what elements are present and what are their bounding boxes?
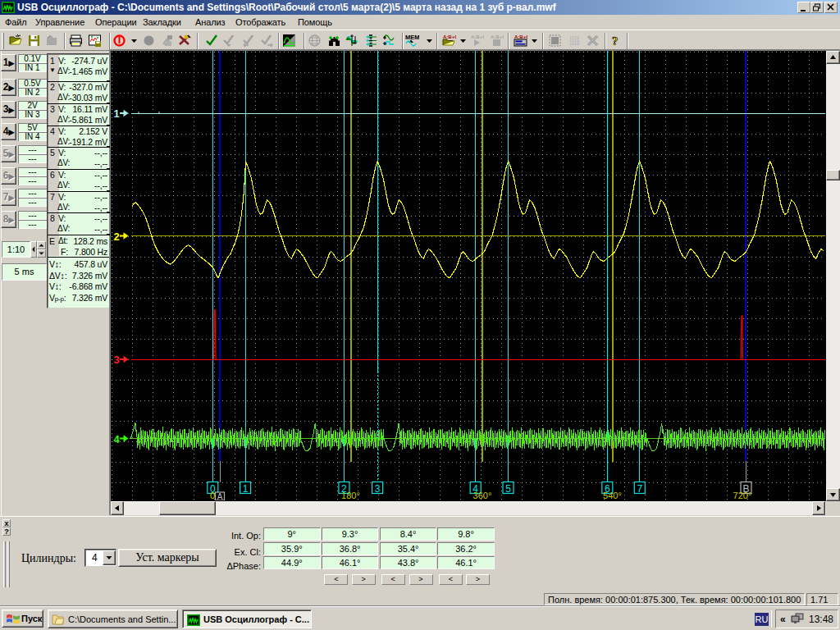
svg-text:3: 3 (375, 483, 381, 495)
svg-text:540°: 540° (603, 491, 622, 500)
svg-text:A:B+C: A:B+C (491, 34, 504, 39)
svg-text:A:B+C: A:B+C (471, 34, 484, 39)
svg-text:A:B+C: A:B+C (514, 34, 527, 39)
svg-text:3: 3 (114, 354, 120, 366)
svg-text:0: 0 (210, 491, 215, 500)
svg-text:2: 2 (114, 231, 120, 243)
svg-text:A: A (217, 492, 223, 501)
svg-text:7: 7 (637, 483, 642, 495)
svg-text:4: 4 (114, 433, 121, 445)
svg-text:MEM: MEM (405, 34, 419, 41)
svg-text:5: 5 (505, 483, 511, 495)
svg-text:1: 1 (243, 483, 249, 495)
svg-text:1: 1 (114, 107, 120, 120)
svg-text:180°: 180° (341, 491, 360, 500)
svg-text:360°: 360° (473, 491, 492, 500)
svg-text:A:B+C: A:B+C (443, 34, 456, 39)
svg-text:720°: 720° (733, 491, 752, 500)
svg-text:?: ? (612, 34, 619, 48)
